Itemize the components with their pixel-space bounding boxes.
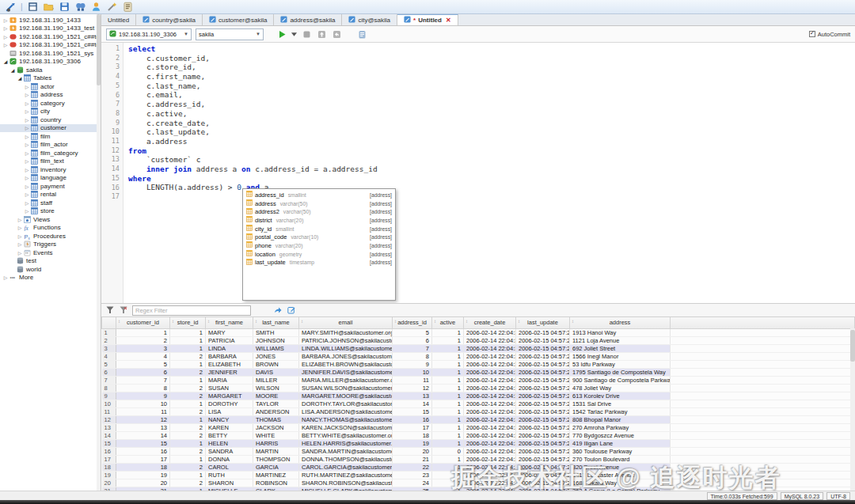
cell-customer_id[interactable]: 5 [116,360,170,368]
cell-first_name[interactable]: CAROL [206,463,253,471]
cell-active[interactable]: 1 [432,328,464,336]
expand-arrow-icon[interactable]: ▷ [2,275,9,280]
cell-active[interactable]: 1 [432,392,464,400]
table-row[interactable]: 882SUSANWILSONSUSAN.WILSON@sakilacustome… [102,384,855,392]
cell-create_date[interactable]: 2006-02-14 22:04:36 [464,376,516,384]
cell-store_id[interactable]: 1 [170,344,206,352]
cell-create_date[interactable]: 2006-02-14 22:04:36 [464,336,516,344]
cell-store_id[interactable]: 1 [170,400,206,407]
sidebar-item-film-category[interactable]: ▷film_category [0,149,101,157]
cell-active[interactable]: 1 [432,344,464,352]
expand-arrow-icon[interactable]: ▷ [24,134,30,139]
cell-active[interactable]: 1 [432,423,464,431]
sql-code-area[interactable]: select c.customer_id, c.store_id, c.firs… [124,43,855,303]
expand-arrow-icon[interactable]: ▷ [17,250,23,256]
cell-first_name[interactable]: LISA [206,407,253,415]
cell-email[interactable]: LINDA.WILLIAMS@sakilacustomer.org [299,344,393,352]
table-row[interactable]: 10101DOROTHYTAYLORDOROTHY.TAYLOR@sakilac… [102,400,855,407]
cell-create_date[interactable]: 2006-02-14 22:04:36 [464,447,516,455]
cell-create_date[interactable]: 2006-02-14 22:04:36 [464,431,516,439]
sort-icon[interactable]: ↕ [434,319,436,324]
cell-address_id[interactable]: 10 [393,368,432,376]
cell-last_name[interactable]: JOHNSON [253,336,299,344]
cell-email[interactable]: PATRICIA.JOHNSON@sakilacustomer.org [299,336,393,344]
cell-create_date[interactable]: 2006-02-14 22:04:36 [464,384,516,392]
cell-last_update[interactable]: 2006-02-15 04:57:20 [516,415,570,423]
sidebar-item-address[interactable]: ▷address [0,91,101,100]
cell-first_name[interactable]: DOROTHY [206,400,253,407]
sort-icon[interactable]: ↕ [118,319,120,324]
cell-address_id[interactable]: 14 [393,400,432,407]
cell-address[interactable]: 1795 Santiago de Compostela Way [570,368,671,376]
expand-arrow-icon[interactable]: ▷ [24,200,30,206]
table-row[interactable]: 20202SHARONROBINSONSHARON.ROBINSON@sakil… [102,479,855,487]
cell-create_date[interactable]: 2006-02-14 22:04:36 [464,439,516,447]
cell-first_name[interactable]: MARY [206,328,253,336]
sidebar-item-category[interactable]: ▷category [0,99,101,108]
cell-email[interactable]: JENNIFER.DAVIS@sakilacustomer.org [299,368,393,376]
cell-customer_id[interactable]: 16 [116,447,170,455]
column-header-last_name[interactable]: ↕last_name [253,317,299,328]
grid-scrollbar-thumb[interactable] [850,330,855,362]
cell-store_id[interactable]: 1 [170,439,206,447]
sql-editor[interactable]: 1234567891011121314151617 select c.custo… [101,43,855,304]
expand-arrow-icon[interactable]: ▷ [17,233,23,239]
expand-arrow-icon[interactable]: ▷ [24,92,30,97]
column-header-email[interactable]: ↕email [299,317,393,328]
sidebar-item-test[interactable]: test [0,257,101,266]
sidebar-item-192-168-31-190-1521-c-test1[interactable]: ▷192.168.31.190_1521_c##test1 [0,32,101,41]
cell-active[interactable]: 1 [432,439,464,447]
cell-address[interactable]: 613 Korolev Drive [570,392,671,400]
cell-address_id[interactable]: 24 [393,479,432,487]
cell-last_update[interactable]: 2006-02-15 04:57:20 [516,463,570,471]
filter-clear-icon[interactable] [119,305,128,315]
autocomplete-item-city_id[interactable]: city_idsmallint[address] [243,225,395,233]
sidebar-item-actor[interactable]: ▷actor [0,82,101,91]
cell-email[interactable]: DONNA.THOMPSON@sakilacustomer.org [299,455,393,463]
cell-last_name[interactable]: JACKSON [253,423,299,431]
cell-address[interactable]: 360 Toulouse Parkway [570,447,671,455]
cell-email[interactable]: SUSAN.WILSON@sakilacustomer.org [299,384,393,392]
expand-arrow-icon[interactable]: ▷ [24,100,30,106]
cell-address[interactable]: 1121 Loja Avenue [570,336,671,344]
expand-arrow-icon[interactable]: ▷ [24,158,30,164]
sidebar-scrollbar-thumb[interactable] [97,14,101,85]
tab-address-sakila[interactable]: address@sakila [274,14,342,25]
tab-city-sakila[interactable]: city@sakila [342,14,397,25]
cell-first_name[interactable]: MARIA [206,376,253,384]
export-result-icon[interactable] [273,305,283,315]
table-row[interactable]: 331LINDAWILLIAMSLINDA.WILLIAMS@sakilacus… [102,344,855,352]
cell-create_date[interactable]: 2006-02-14 22:04:36 [464,423,516,431]
cell-customer_id[interactable]: 12 [116,415,170,423]
table-row[interactable]: 221PATRICIAJOHNSONPATRICIA.JOHNSON@sakil… [102,336,855,344]
cell-customer_id[interactable]: 11 [116,407,170,415]
sidebar-item-triggers[interactable]: ▷Triggers [0,241,101,249]
cell-address[interactable]: 1913 Hanoi Way [570,328,671,336]
cell-active[interactable]: 1 [432,415,464,423]
table-row[interactable]: 17171DONNATHOMPSONDONNA.THOMPSON@sakilac… [102,455,855,463]
expand-arrow-icon[interactable]: ▷ [17,241,23,247]
user-button[interactable] [91,2,102,13]
sort-icon[interactable]: ↕ [572,319,574,324]
cell-address_id[interactable]: 20 [393,447,432,455]
cell-first_name[interactable]: HELEN [206,439,253,447]
sidebar-item-192-168-31-190-3306[interactable]: ◢192.168.31.190_3306 [0,58,101,66]
cell-last_name[interactable]: DAVIS [253,368,299,376]
cell-store_id[interactable]: 2 [170,423,206,431]
cell-email[interactable]: DOROTHY.TAYLOR@sakilacustomer.org [299,400,393,407]
expand-arrow-icon[interactable]: ▷ [24,208,30,214]
cell-address_id[interactable]: 19 [393,439,432,447]
cell-last_name[interactable]: WILLIAMS [253,344,299,352]
cell-email[interactable]: ELIZABETH.BROWN@sakilacustomer.org [299,360,393,368]
cell-first_name[interactable]: MARGARET [206,392,253,400]
cell-email[interactable]: NANCY.THOMAS@sakilacustomer.org [299,415,393,423]
table-row[interactable]: 14142BETTYWHITEBETTY.WHITE@sakilacustome… [102,431,855,439]
table-row[interactable]: 551ELIZABETHBROWNELIZABETH.BROWN@sakilac… [102,360,855,368]
sidebar-item-country[interactable]: ▷country [0,116,101,124]
cell-active[interactable]: 1 [432,360,464,368]
cell-address_id[interactable]: 5 [393,328,432,336]
expand-arrow-icon[interactable]: ▷ [24,142,30,147]
column-header-store_id[interactable]: ↕store_id [170,317,206,328]
table-row[interactable]: 13132KARENJACKSONKAREN.JACKSON@sakilacus… [102,423,855,431]
cell-last_update[interactable]: 2006-02-15 04:57:20 [516,376,570,384]
